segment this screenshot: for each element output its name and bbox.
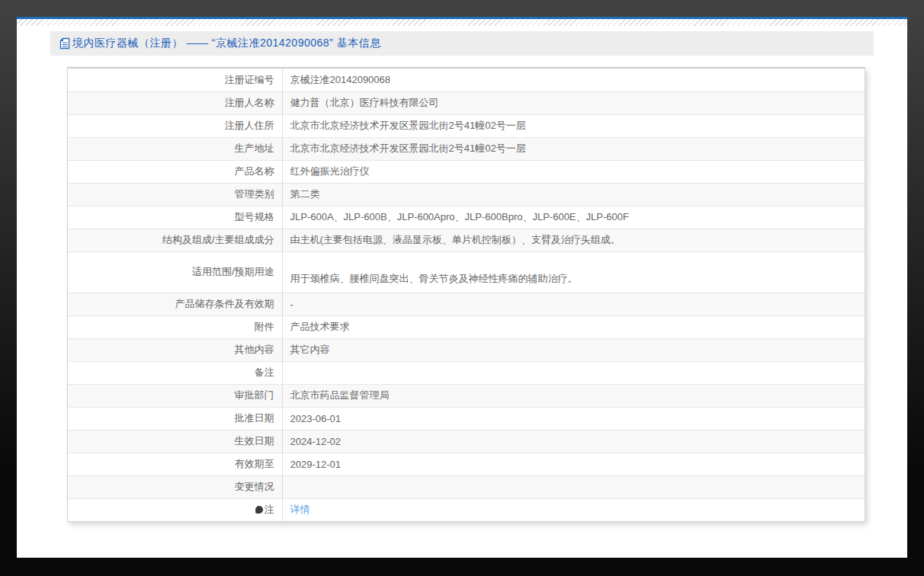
row-value: 红外偏振光治疗仪 (282, 160, 865, 183)
info-table: 注册证编号京械注准20142090068注册人名称健力普（北京）医疗科技有限公司… (68, 69, 865, 521)
table-row: 生效日期2024-12-02 (68, 430, 865, 453)
row-value: 详情 (282, 498, 865, 521)
table-row: 有效期至2029-12-01 (68, 453, 865, 475)
row-label-text: 注 (265, 504, 274, 515)
table-row: 注册证编号京械注准20142090068 (68, 69, 865, 91)
table-row: 变更情况 (68, 475, 865, 498)
row-label: 备注 (68, 361, 282, 384)
table-row: 管理类别第二类 (68, 183, 865, 206)
table-row: 附件产品技术要求 (68, 315, 865, 338)
row-label-text: 型号规格 (235, 211, 274, 222)
row-value: - (282, 293, 865, 315)
table-row: 批准日期2023-06-01 (68, 407, 865, 430)
row-value: 由主机(主要包括电源、液晶显示板、单片机控制板）、支臂及治疗头组成。 (282, 229, 865, 251)
row-value: 2029-12-01 (282, 453, 865, 475)
table-row: 注册人名称健力普（北京）医疗科技有限公司 (68, 91, 865, 114)
row-label: 附件 (68, 315, 282, 338)
table-row: 结构及组成/主要组成成分由主机(主要包括电源、液晶显示板、单片机控制板）、支臂及… (68, 229, 865, 251)
row-label-text: 备注 (255, 366, 274, 378)
row-label: 产品名称 (68, 160, 282, 183)
row-label: 其他内容 (68, 338, 282, 361)
row-label: 注 (68, 498, 282, 521)
row-label: 注册人名称 (68, 91, 282, 114)
row-label-text: 管理类别 (235, 188, 274, 200)
row-value: 北京市北京经济技术开发区景园北街2号41幢02号一层 (282, 137, 865, 160)
row-label: 产品储存条件及有效期 (68, 293, 282, 315)
row-label: 有效期至 (68, 453, 282, 475)
detail-link[interactable]: 详情 (290, 504, 310, 515)
row-label-text: 结构及组成/主要组成成分 (162, 234, 274, 245)
row-label: 审批部门 (68, 384, 282, 407)
table-row: 生产地址北京市北京经济技术开发区景园北街2号41幢02号一层 (68, 137, 865, 160)
row-label-text: 审批部门 (235, 389, 274, 401)
row-value: 京械注准20142090068 (282, 69, 865, 91)
row-value: 北京市北京经济技术开发区景园北街2号41幢02号一层 (282, 114, 865, 137)
table-row: 其他内容其它内容 (68, 338, 865, 361)
table-row: 产品储存条件及有效期- (68, 293, 865, 315)
row-label-text: 变更情况 (235, 481, 274, 492)
row-value (282, 475, 865, 498)
row-label-text: 产品储存条件及有效期 (175, 298, 274, 309)
table-row: 注册人住所北京市北京经济技术开发区景园北街2号41幢02号一层 (68, 114, 865, 137)
row-label-text: 注册人住所 (225, 120, 274, 131)
row-label-text: 其他内容 (235, 344, 274, 355)
row-value: 用于颈椎病、腰椎间盘突出、骨关节炎及神经性疼痛的辅助治疗。 (282, 251, 865, 293)
document-icon (59, 37, 70, 50)
row-label: 管理类别 (68, 183, 282, 206)
section-header: 境内医疗器械（注册） —— “京械注准20142090068” 基本信息 (50, 31, 874, 56)
row-value: 第二类 (282, 183, 865, 206)
table-row: 注详情 (68, 498, 865, 521)
row-value: 2024-12-02 (282, 430, 865, 453)
page-title: 境内医疗器械（注册） —— “京械注准20142090068” 基本信息 (72, 37, 381, 50)
row-label: 适用范围/预期用途 (68, 251, 282, 293)
note-balloon-icon (255, 506, 263, 514)
row-value: JLP-600A、JLP-600B、JLP-600Apro、JLP-600Bpr… (282, 206, 865, 229)
row-value: 产品技术要求 (282, 315, 865, 338)
row-value: 其它内容 (282, 338, 865, 361)
row-label-text: 附件 (255, 321, 274, 332)
row-value (282, 361, 865, 384)
row-label: 型号规格 (68, 206, 282, 229)
row-label-text: 有效期至 (235, 458, 274, 469)
table-row: 产品名称红外偏振光治疗仪 (68, 160, 865, 183)
row-label: 生产地址 (68, 137, 282, 160)
table-row: 型号规格JLP-600A、JLP-600B、JLP-600Apro、JLP-60… (68, 206, 865, 229)
row-label-text: 生效日期 (235, 435, 274, 446)
row-value: 北京市药品监督管理局 (282, 384, 865, 407)
row-value: 2023-06-01 (282, 407, 865, 430)
page-panel: 境内医疗器械（注册） —— “京械注准20142090068” 基本信息 注册证… (17, 17, 907, 558)
row-label-text: 注册证编号 (225, 74, 274, 85)
info-card: 注册证编号京械注准20142090068注册人名称健力普（北京）医疗科技有限公司… (67, 67, 865, 522)
info-table-body: 注册证编号京械注准20142090068注册人名称健力普（北京）医疗科技有限公司… (68, 69, 865, 521)
table-row: 备注 (68, 361, 865, 384)
row-label: 注册人住所 (68, 114, 282, 137)
row-label: 生效日期 (68, 430, 282, 453)
row-label: 注册证编号 (68, 69, 282, 91)
table-row: 适用范围/预期用途用于颈椎病、腰椎间盘突出、骨关节炎及神经性疼痛的辅助治疗。 (68, 251, 865, 293)
content-container: 境内医疗器械（注册） —— “京械注准20142090068” 基本信息 注册证… (50, 31, 874, 522)
row-value: 健力普（北京）医疗科技有限公司 (282, 91, 865, 114)
row-label: 变更情况 (68, 475, 282, 498)
row-label-text: 注册人名称 (225, 97, 274, 108)
row-label: 批准日期 (68, 407, 282, 430)
row-label-text: 产品名称 (235, 165, 274, 177)
row-label-text: 生产地址 (235, 142, 274, 154)
row-label-text: 适用范围/预期用途 (192, 266, 274, 277)
hatch-decoration (17, 19, 907, 26)
table-row: 审批部门北京市药品监督管理局 (68, 384, 865, 407)
row-label: 结构及组成/主要组成成分 (68, 229, 282, 251)
row-label-text: 批准日期 (235, 412, 274, 424)
